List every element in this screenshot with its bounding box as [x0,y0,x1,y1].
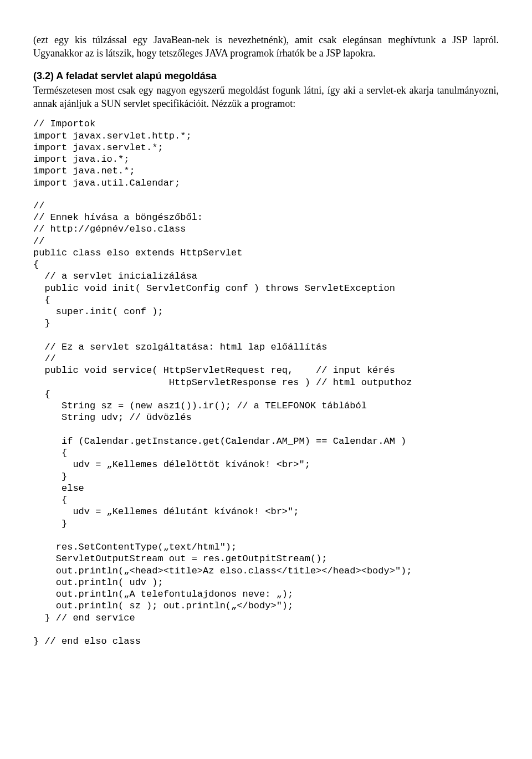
intro-paragraph: (ezt egy kis túlzással egy JavaBean-nek … [33,33,499,60]
spacer [33,189,499,200]
code-block-imports: // Importok import javax.servlet.http.*;… [33,118,499,189]
desc-paragraph: Természetesen most csak egy nagyon egysz… [33,84,499,111]
code-block-class: // // Ennek hívása a böngészőből: // htt… [33,200,499,648]
section-heading: (3.2) A feladat servlet alapú megoldása [33,69,499,83]
